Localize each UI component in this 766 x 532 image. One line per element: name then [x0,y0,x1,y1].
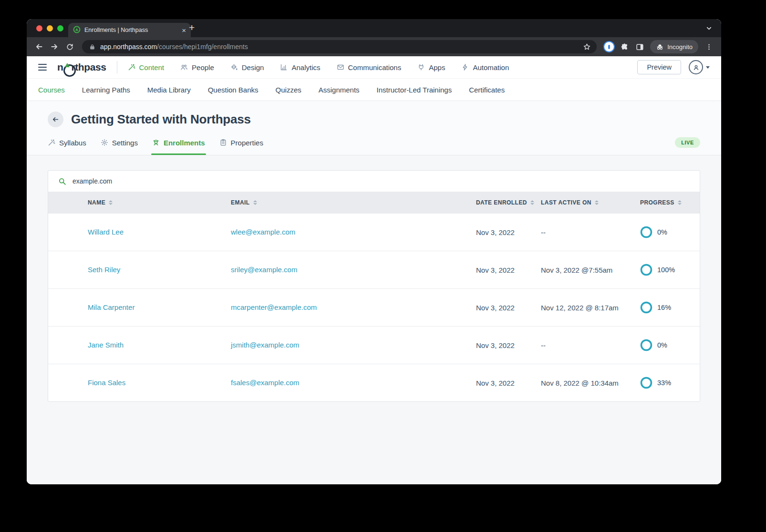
search-row [48,171,700,192]
enrollee-name-link[interactable]: Willard Lee [88,228,124,236]
account-menu[interactable] [689,60,710,74]
last-active-cell: -- [541,341,640,349]
enrollee-email-link[interactable]: jsmith@example.com [231,341,300,349]
northpass-logo[interactable]: nrthpass [57,61,106,73]
url-path: /courses/hepi1mfg/enrollments [157,43,248,51]
header-nav-item[interactable]: Design [230,63,264,72]
people-icon [180,63,188,71]
subnav-item[interactable]: Quizzes [276,86,301,94]
table-row: Willard Lee wlee@example.com Nov 3, 2022… [48,214,700,251]
browser-tab[interactable]: Enrollments | Northpass × [68,23,191,37]
enrollee-email-link[interactable]: sriley@example.com [231,266,297,274]
app-header: nrthpass Content People Design Analytics… [27,56,721,79]
forward-button[interactable] [48,40,61,53]
column-header[interactable]: PROGRESS [640,199,700,206]
reload-button[interactable] [63,40,76,53]
back-button[interactable] [32,40,46,53]
course-tab[interactable]: Syllabus [48,130,86,155]
progress-cell: 33% [640,377,700,389]
subnav-item[interactable]: Certificates [469,86,505,94]
back-circle-button[interactable] [48,112,63,127]
sort-icon [595,200,599,205]
table-row: Fiona Sales fsales@example.com Nov 3, 20… [48,364,700,401]
date-enrolled-cell: Nov 3, 2022 [476,266,541,274]
enrollee-name-link[interactable]: Fiona Sales [88,379,125,387]
progress-ring [640,264,652,276]
main-content: NAME EMAIL DATE ENROLLED LAST ACTIVE ON … [27,155,721,484]
hamburger-menu-icon[interactable] [38,64,47,71]
enrollee-name-link[interactable]: Mila Carpenter [88,303,135,311]
header-nav-item[interactable]: People [180,63,214,72]
traffic-lights [36,25,63,31]
header-nav-item[interactable]: Content [128,63,165,72]
side-panel-icon[interactable] [633,40,646,53]
header-right: Preview [637,60,710,74]
subnav-item[interactable]: Media Library [147,86,191,94]
sort-icon [530,200,534,205]
preview-button[interactable]: Preview [637,60,681,74]
course-tab[interactable]: Properties [219,130,263,155]
header-nav-item[interactable]: Communications [337,63,402,72]
address-bar[interactable]: app.northpass.com/courses/hepi1mfg/enrol… [82,40,597,53]
column-header[interactable]: NAME [88,199,231,206]
last-active-cell: Nov 8, 2022 @ 10:34am [541,379,640,387]
minimize-window-button[interactable] [47,25,53,31]
header-nav-item[interactable]: Analytics [280,63,320,72]
subnav-item[interactable]: Courses [38,86,65,94]
avatar [57,334,80,357]
progress-ring [640,377,652,389]
northpass-app: nrthpass Content People Design Analytics… [27,56,721,484]
avatar [57,221,80,244]
course-tab[interactable]: Enrollments [152,130,205,155]
northpass-favicon-icon [73,26,81,35]
table-header: NAME EMAIL DATE ENROLLED LAST ACTIVE ON … [48,192,700,214]
subnav-item[interactable]: Question Banks [208,86,259,94]
course-tabs: LIVE Syllabus Settings Enrollments Prope… [48,130,700,155]
onepassword-extension-icon[interactable] [602,40,616,53]
progress-cell: 16% [640,301,700,314]
enrollee-name-link[interactable]: Seth Riley [88,266,120,274]
incognito-badge: Incognito [650,40,698,53]
column-header[interactable]: DATE ENROLLED [476,199,541,206]
incognito-icon [656,43,664,51]
header-divider [117,61,117,73]
progress-percent: 33% [657,379,671,387]
new-tab-button[interactable]: + [189,22,195,33]
browser-menu-icon[interactable] [702,40,715,53]
lock-icon [88,40,96,53]
header-nav-item[interactable]: Apps [417,63,445,72]
progress-ring [640,226,652,238]
search-icon [58,177,66,185]
column-header[interactable]: LAST ACTIVE ON [541,199,640,206]
enrollee-email-link[interactable]: fsales@example.com [231,379,300,387]
progress-cell: 0% [640,226,700,238]
url-text: app.northpass.com/courses/hepi1mfg/enrol… [100,43,248,51]
close-window-button[interactable] [36,25,42,31]
course-tab[interactable]: Settings [101,130,138,155]
graduate-icon [152,139,160,146]
subnav-item[interactable]: Learning Paths [82,86,130,94]
subnav-item[interactable]: Instructor-Led Trainings [377,86,452,94]
table-row: Mila Carpenter mcarpenter@example.com No… [48,288,700,326]
user-avatar-icon[interactable] [689,60,703,74]
bar-chart-icon [280,63,288,71]
avatar [57,371,80,394]
progress-percent: 0% [657,341,667,349]
enrollee-email-link[interactable]: wlee@example.com [231,228,295,236]
chevron-down-icon[interactable] [705,25,713,32]
search-input[interactable] [72,177,690,185]
extensions-puzzle-icon[interactable] [618,40,631,53]
enrollee-name-link[interactable]: Jane Smith [88,341,124,349]
subnav-item[interactable]: Assignments [319,86,360,94]
progress-percent: 16% [657,304,671,311]
header-nav-item[interactable]: Automation [461,63,509,72]
bookmark-star-icon[interactable] [583,43,591,51]
zoom-window-button[interactable] [57,25,63,31]
close-tab-icon[interactable]: × [182,27,186,34]
last-active-cell: Nov 3, 2022 @7:55am [541,266,640,274]
avatar [57,258,80,281]
enrollee-email-link[interactable]: mcarpenter@example.com [231,303,317,311]
column-header[interactable]: EMAIL [231,199,476,206]
table-row: Jane Smith jsmith@example.com Nov 3, 202… [48,326,700,364]
progress-ring [640,339,652,351]
